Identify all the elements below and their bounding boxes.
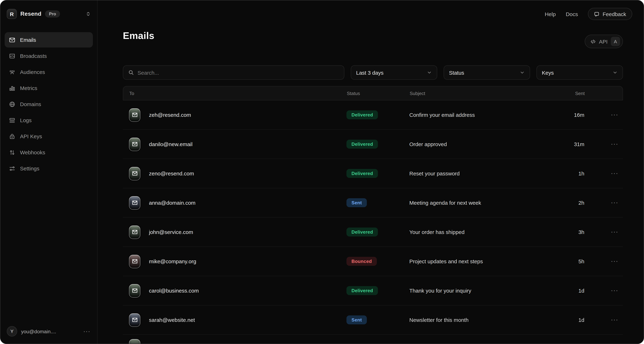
docs-link[interactable]: Docs: [566, 11, 578, 17]
envelope-icon: [132, 288, 137, 293]
date-range-select[interactable]: Last 3 days: [351, 65, 437, 80]
envelope-chip: [129, 313, 140, 327]
status-badge: Delivered: [346, 286, 378, 295]
envelope-chip: [129, 108, 140, 122]
cell-to: carol@business.com: [123, 284, 346, 298]
row-menu-ellipsis-icon[interactable]: ···: [584, 258, 623, 264]
logs-icon: [9, 117, 15, 124]
row-menu-ellipsis-icon[interactable]: ···: [584, 317, 623, 323]
cell-status: Sent: [346, 316, 406, 324]
user-menu[interactable]: Y you@domain.... ···: [5, 324, 93, 339]
cell-status: Delivered: [346, 228, 406, 236]
app-window: R Resend Pro Emails Broadcasts Audiences…: [0, 0, 644, 344]
row-menu-ellipsis-icon[interactable]: ···: [584, 200, 623, 206]
cell-to: anna@domain.com: [123, 196, 346, 210]
status-badge: Sent: [346, 198, 367, 207]
api-button-label: API: [599, 38, 608, 44]
audiences-icon: [9, 69, 15, 75]
email-subject: Confirm your email address: [406, 112, 564, 118]
sidebar-item[interactable]: Settings: [5, 161, 93, 176]
envelope-icon: [132, 230, 137, 234]
recipient-email: danilo@new.email: [149, 141, 192, 147]
chevron-updown-icon[interactable]: [86, 12, 91, 16]
search-input[interactable]: [138, 70, 339, 76]
mail-icon: [9, 36, 15, 43]
email-subject: Your order has shipped: [406, 229, 564, 235]
code-icon: [590, 39, 596, 44]
workspace-switcher[interactable]: R Resend Pro: [5, 9, 93, 19]
sent-time: 31m: [564, 141, 584, 147]
envelope-icon: [132, 318, 137, 322]
sent-time: 1d: [564, 317, 584, 323]
broadcast-icon: [9, 53, 15, 59]
envelope-icon: [132, 259, 137, 264]
search-box[interactable]: [123, 65, 344, 80]
email-subject: Meeting agenda for next week: [406, 200, 564, 206]
metrics-icon: [9, 85, 15, 91]
keys-select[interactable]: Keys: [536, 65, 623, 80]
table-row[interactable]: danilo@new.email Delivered Order approve…: [123, 130, 623, 159]
sidebar-item-label: Webhooks: [20, 149, 45, 156]
chevron-down-icon: [612, 70, 618, 75]
sidebar-item-label: Metrics: [20, 85, 37, 91]
status-badge: Delivered: [346, 169, 378, 178]
sidebar-item[interactable]: Domains: [5, 96, 93, 112]
envelope-chip: [129, 196, 140, 210]
status-select[interactable]: Status: [444, 65, 530, 80]
sidebar-spacer: [5, 176, 93, 324]
table-body: zeh@resend.com Delivered Confirm your em…: [123, 100, 623, 335]
resend-logo-icon: R: [7, 9, 17, 19]
row-menu-ellipsis-icon[interactable]: ···: [584, 141, 623, 147]
sidebar-item-label: Broadcasts: [20, 53, 47, 59]
table-row[interactable]: anna@domain.com Sent Meeting agenda for …: [123, 188, 623, 218]
table-row[interactable]: john@service.com Delivered Your order ha…: [123, 218, 623, 247]
sidebar-item-label: Emails: [20, 37, 36, 43]
ellipsis-icon[interactable]: ···: [84, 328, 91, 334]
envelope-icon: [132, 112, 137, 117]
sidebar-item[interactable]: Broadcasts: [5, 48, 93, 64]
cell-status: Delivered: [346, 140, 406, 148]
sidebar-item[interactable]: Emails: [5, 32, 93, 48]
cell-status: Delivered: [346, 286, 406, 295]
table-row[interactable]: sarah@website.net Sent Newsletter for th…: [123, 306, 623, 335]
envelope-chip: [129, 137, 140, 151]
sent-time: 1d: [564, 288, 584, 294]
sidebar-item[interactable]: Metrics: [5, 80, 93, 96]
sent-time: 3h: [564, 229, 584, 235]
row-menu-ellipsis-icon[interactable]: ···: [584, 170, 623, 176]
brand-name: Resend: [20, 11, 42, 17]
email-subject: Newsletter for this month: [406, 317, 564, 323]
help-link[interactable]: Help: [545, 11, 556, 17]
chevron-down-icon: [520, 70, 525, 75]
emails-table: To Status Subject Sent zeh@resend.com De…: [123, 86, 623, 344]
sidebar-item[interactable]: Webhooks: [5, 145, 93, 160]
sidebar-nav: Emails Broadcasts Audiences Metrics Doma…: [5, 32, 93, 176]
email-subject: Reset your password: [406, 170, 564, 176]
column-header-subject: Subject: [407, 90, 564, 96]
row-menu-ellipsis-icon[interactable]: ···: [584, 288, 623, 294]
topbar: Help Docs Feedback: [545, 8, 632, 20]
table-row[interactable]: carol@business.com Delivered Thank you f…: [123, 276, 623, 306]
keys-select-value: Keys: [542, 70, 554, 76]
sidebar-item-label: Domains: [20, 101, 41, 107]
sidebar: R Resend Pro Emails Broadcasts Audiences…: [0, 0, 98, 344]
table-row-partial[interactable]: [123, 335, 623, 344]
sidebar-item[interactable]: API Keys: [5, 128, 93, 144]
sidebar-item-label: API Keys: [20, 133, 42, 139]
row-menu-ellipsis-icon[interactable]: ···: [584, 229, 623, 235]
recipient-email: carol@business.com: [149, 288, 199, 294]
status-select-value: Status: [449, 70, 464, 76]
sidebar-item[interactable]: Logs: [5, 112, 93, 128]
sidebar-item[interactable]: Audiences: [5, 64, 93, 80]
table-row[interactable]: zeno@resend.com Delivered Reset your pas…: [123, 159, 623, 188]
table-row[interactable]: zeh@resend.com Delivered Confirm your em…: [123, 100, 623, 130]
api-button[interactable]: API A: [585, 35, 623, 48]
date-range-value: Last 3 days: [356, 70, 384, 76]
table-row[interactable]: mike@company.org Bounced Project updates…: [123, 247, 623, 276]
status-badge: Bounced: [346, 257, 377, 266]
user-email: you@domain....: [21, 328, 56, 334]
row-menu-ellipsis-icon[interactable]: ···: [584, 112, 623, 118]
feedback-button[interactable]: Feedback: [588, 8, 632, 20]
recipient-email: john@service.com: [149, 229, 193, 235]
status-badge: Sent: [346, 316, 367, 324]
